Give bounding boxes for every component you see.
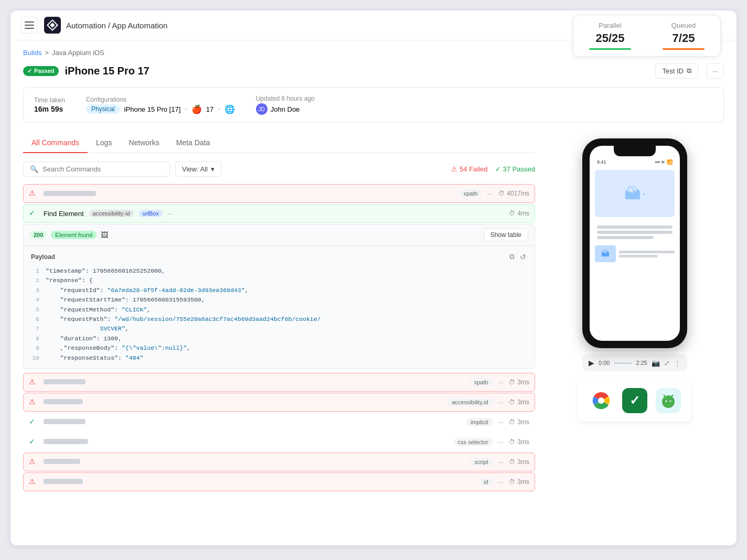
failed-count: ⚠ 54 Failed [451, 165, 487, 173]
video-progress-bar[interactable] [614, 362, 632, 364]
pinwheel-svg [591, 390, 612, 411]
view-dropdown[interactable]: View: All ▾ [175, 161, 221, 177]
code-line-5: 5 "requestMethod": "CLICK", [31, 305, 527, 315]
time-taken: Time taken 16m 59s [34, 96, 65, 113]
tabs: All Commands Logs Networks Meta Data [23, 133, 535, 153]
app-icon-pinwheel[interactable] [589, 388, 614, 413]
search-input-wrap[interactable]: 🔍 [23, 161, 170, 177]
code-line-6: 6 "requestPath": "/wd/hub/session/755e20… [31, 315, 527, 324]
cmd-text-1 [44, 190, 454, 198]
queued-value: 7/25 [663, 31, 705, 45]
show-table-button[interactable]: Show table [484, 229, 528, 241]
code-line-2: 2"response": { [31, 276, 527, 285]
time-value: 16m 59s [34, 105, 65, 113]
cmd-time-8: ⏱3ms [509, 478, 529, 486]
more-icon-2[interactable]: ··· [168, 209, 174, 218]
hamburger-menu[interactable] [21, 17, 38, 34]
command-row-3[interactable]: ⚠ xpath ··· ⏱3ms [23, 373, 535, 392]
view-label: View: All [182, 165, 208, 173]
cmd-tag-4: accessibility.id [447, 398, 493, 406]
play-button[interactable]: ▶ [589, 359, 594, 367]
more-icon-6[interactable]: ··· [498, 438, 504, 446]
code-block: 1"timestamp": 1705665601625252000, 2"res… [31, 266, 527, 363]
svg-point-10 [672, 395, 674, 396]
phone-frame: 9:41 ▪▪▪ ≋ 📶 🏔 ● [582, 138, 687, 348]
tab-networks[interactable]: Networks [120, 133, 167, 153]
device-name: iPhone 15 Pro [17] [124, 105, 181, 113]
cmd-tag-6: css selector [454, 438, 493, 446]
refresh-payload-button[interactable]: ↺ [519, 251, 527, 262]
svg-point-2 [598, 397, 604, 404]
chevron-down-icon: ▾ [211, 165, 215, 173]
command-row-find-element[interactable]: ✓ Find Element accessibility-id urlBox ·… [23, 204, 535, 223]
warning-icon-4: ⚠ [29, 397, 38, 407]
more-icon: ··· [712, 67, 718, 75]
queued-label: Queued [663, 21, 705, 29]
cmd-time-1: ⏱4017ms [498, 190, 529, 197]
copy-payload-button[interactable]: ⧉ [508, 251, 516, 262]
parallel-label: Parallel [589, 21, 631, 29]
android-svg [660, 392, 677, 409]
command-row-6[interactable]: ✓ css selector ··· ⏱3ms [23, 433, 535, 451]
phone-container: 9:41 ▪▪▪ ≋ 📶 🏔 ● [546, 133, 724, 427]
warning-icon-7: ⚠ [29, 457, 38, 467]
ios-version: 17 [206, 105, 214, 113]
more-icon-1[interactable]: ··· [487, 189, 494, 198]
search-input[interactable] [42, 165, 163, 173]
phone-screen: 9:41 ▪▪▪ ≋ 📶 🏔 ● [590, 146, 680, 341]
phone-small-image: 🏔 [595, 245, 616, 262]
svg-point-9 [664, 395, 665, 396]
payload-area: Payload ⧉ ↺ 1"timestamp": 17056656016252… [24, 246, 535, 368]
more-icon-8[interactable]: ··· [498, 478, 504, 486]
config-chips: Physical iPhone 15 Pro [17] · 🍎 17 · 🌐 [86, 104, 235, 114]
cmd-time-5: ⏱3ms [509, 418, 529, 426]
build-header: ✓ Passed iPhone 15 Pro 17 Test ID ⧉ ··· [23, 63, 724, 79]
clock-icon-2: ⏱ [509, 210, 515, 217]
code-line-4: 4 "requestStartTime": 170566560031559350… [31, 295, 527, 305]
parallel-stat: Parallel 25/25 [589, 21, 631, 50]
video-player: ▶ 0:00 2:25 📷 ⤢ ⋮ [582, 354, 687, 371]
more-icon-4[interactable]: ··· [498, 398, 504, 406]
more-options-button[interactable]: ··· [707, 63, 724, 79]
image-icon-button[interactable]: 🖼 [101, 231, 108, 239]
header-title: Automation / App Automation [66, 21, 167, 30]
small-mountain-icon: 🏔 [601, 249, 610, 259]
warning-icon: ⚠ [451, 165, 457, 173]
mountain-icon: 🏔 [624, 184, 641, 203]
more-icon-3[interactable]: ··· [498, 378, 504, 386]
command-row-7[interactable]: ⚠ script ··· ⏱3ms [23, 453, 535, 471]
expanded-area: 200 Element found 🖼 Show table Payload ⧉… [23, 224, 535, 369]
more-icon-5[interactable]: ··· [498, 418, 504, 426]
browser-icon: 🌐 [225, 104, 235, 114]
more-video-icon[interactable]: ⋮ [674, 359, 681, 367]
cmd-tag-7: script [470, 458, 492, 466]
search-icon: 🔍 [30, 165, 38, 173]
breadcrumb-builds[interactable]: Builds [23, 49, 41, 57]
tab-logs[interactable]: Logs [88, 133, 120, 153]
queued-stat: Queued 7/25 [663, 21, 705, 50]
svg-point-5 [666, 401, 667, 402]
test-id-button[interactable]: Test ID ⧉ [655, 63, 698, 79]
cmd-time-7: ⏱3ms [509, 458, 529, 466]
command-row-5[interactable]: ✓ implicit ··· ⏱3ms [23, 413, 535, 432]
expanded-top: 200 Element found 🖼 Show table [24, 224, 535, 246]
command-row-8[interactable]: ⚠ id ··· ⏱3ms [23, 472, 535, 491]
copy-icon: ⧉ [687, 67, 691, 75]
updated-label: Updated 6 hours ago [256, 95, 315, 102]
command-row-4[interactable]: ⚠ accessibility.id ··· ⏱3ms [23, 393, 535, 412]
passed-badge: ✓ Passed [23, 66, 59, 76]
tab-meta-data[interactable]: Meta Data [168, 133, 219, 153]
stats-card: Parallel 25/25 Queued 7/25 [573, 15, 721, 57]
command-row-1[interactable]: ⚠ xpath ··· ⏱4017ms [23, 184, 535, 203]
code-line-8: 8 "duration": 1309, [31, 334, 527, 343]
more-icon-7[interactable]: ··· [498, 458, 504, 466]
screenshot-icon[interactable]: 📷 [652, 359, 660, 367]
app-icon-android[interactable] [656, 388, 681, 413]
code-line-1: 1"timestamp": 1705665601625252000, [31, 266, 527, 276]
expand-icon[interactable]: ⤢ [664, 359, 670, 367]
tab-all-commands[interactable]: All Commands [23, 133, 88, 153]
check-icon: ✓ [27, 68, 32, 74]
cmd-time-6: ⏱3ms [509, 438, 529, 446]
app-icon-green-check[interactable]: ✓ [622, 388, 647, 413]
time-label: Time taken [34, 96, 65, 104]
